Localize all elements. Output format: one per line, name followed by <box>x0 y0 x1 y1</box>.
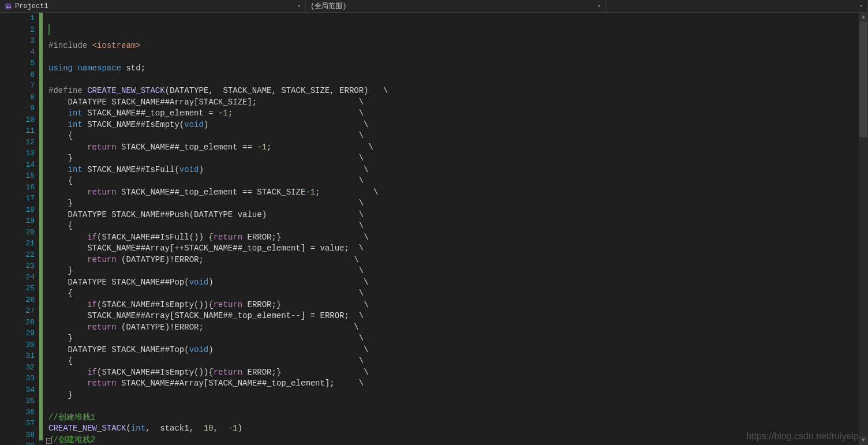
code-line[interactable]: int STACK_NAME##IsFull(void) \ <box>48 164 868 176</box>
code-line[interactable]: #include <iostream> <box>48 40 868 52</box>
line-number: 27 <box>9 305 35 317</box>
project-label: Project1 <box>15 2 48 10</box>
line-number: 35 <box>9 395 35 407</box>
line-number: 32 <box>9 362 35 373</box>
line-number: 10 <box>9 114 35 126</box>
chevron-down-icon: ▾ <box>860 3 863 9</box>
line-number: 24 <box>9 272 35 283</box>
line-number: 6 <box>9 69 35 81</box>
code-line[interactable]: using namespace std; <box>48 63 868 74</box>
text-cursor <box>48 24 50 36</box>
line-number: 13 <box>9 148 35 159</box>
line-number: 15 <box>9 170 35 182</box>
code-line[interactable]: } \ <box>48 333 868 345</box>
line-number: 25 <box>9 283 35 294</box>
cpp-file-icon: ++ <box>5 2 13 10</box>
code-line[interactable]: } \ <box>48 265 868 277</box>
scope-dropdown[interactable]: (全局范围) ▾ <box>306 0 606 13</box>
line-number: 1 <box>9 13 35 24</box>
project-dropdown[interactable]: ++ Project1 ▾ <box>0 0 306 13</box>
line-number: 34 <box>9 384 35 396</box>
line-number: 12 <box>9 137 35 148</box>
code-line[interactable]: #define CREATE_NEW_STACK(DATATYPE, STACK… <box>48 85 868 97</box>
line-number: 26 <box>9 294 35 306</box>
line-number: 17 <box>9 193 35 204</box>
code-line[interactable]: { \ <box>48 130 868 142</box>
line-number: 19 <box>9 215 35 227</box>
code-editor[interactable]: 1234567891011121314151617181920212223242… <box>0 13 868 445</box>
line-number: 36 <box>9 407 35 418</box>
code-line[interactable]: CREATE_NEW_STACK(int, stack1, 10, -1) <box>48 423 868 435</box>
chevron-down-icon: ▾ <box>298 3 301 9</box>
code-line[interactable]: //创建堆栈1 <box>48 412 868 424</box>
code-line[interactable]: return STACK_NAME##_top_element == -1; \ <box>48 142 868 154</box>
line-number: 33 <box>9 373 35 384</box>
navigation-bar: ++ Project1 ▾ (全局范围) ▾ ▾ <box>0 0 868 13</box>
line-number: 8 <box>9 92 35 103</box>
line-number: 31 <box>9 350 35 362</box>
code-line[interactable]: } <box>48 390 868 401</box>
code-line[interactable]: { \ <box>48 220 868 232</box>
line-number: 2 <box>9 24 35 36</box>
line-number: 22 <box>9 249 35 261</box>
line-number: 28 <box>9 317 35 328</box>
line-number: 39 <box>9 440 35 445</box>
code-line[interactable]: DATATYPE STACK_NAME##Pop(void) \ <box>48 277 868 289</box>
code-line[interactable]: { \ <box>48 175 868 187</box>
line-number: 29 <box>9 328 35 339</box>
code-line[interactable]: return STACK_NAME##_top_element == STACK… <box>48 187 868 199</box>
code-line[interactable]: int STACK_NAME##_top_element = -1; \ <box>48 108 868 119</box>
code-line[interactable]: { \ <box>48 356 868 367</box>
line-number: 38 <box>9 429 35 441</box>
code-line[interactable]: return (DATATYPE)!ERROR; \ <box>48 255 868 266</box>
line-number: 23 <box>9 260 35 272</box>
watermark-text: https://blog.csdn.net/ruiyelp <box>746 431 859 442</box>
code-line[interactable]: DATATYPE STACK_NAME##Top(void) \ <box>48 345 868 356</box>
line-number: 21 <box>9 238 35 249</box>
line-number: 5 <box>9 58 35 69</box>
code-line[interactable]: STACK_NAME##Array[STACK_NAME##_top_eleme… <box>48 311 868 322</box>
svg-text:++: ++ <box>6 4 12 9</box>
code-line[interactable]: if(STACK_NAME##IsEmpty()){return ERROR;}… <box>48 300 868 311</box>
line-number: 7 <box>9 80 35 92</box>
code-line[interactable]: if(STACK_NAME##IsFull()) {return ERROR;}… <box>48 232 868 244</box>
line-number: 37 <box>9 418 35 429</box>
line-number: 16 <box>9 182 35 193</box>
code-line[interactable]: } \ <box>48 198 868 210</box>
chevron-down-icon: ▾ <box>598 3 601 9</box>
code-line[interactable]: DATATYPE STACK_NAME##Array[STACK_SIZE]; … <box>48 97 868 109</box>
line-number: 4 <box>9 47 35 58</box>
line-number: 11 <box>9 125 35 137</box>
code-area[interactable]: #include <iostream>using namespace std;#… <box>43 13 868 445</box>
code-line[interactable]: int STACK_NAME##IsEmpty(void) \ <box>48 119 868 131</box>
line-number: 18 <box>9 204 35 216</box>
folding-margin <box>0 13 9 445</box>
line-number: 3 <box>9 35 35 47</box>
code-line[interactable]: if(STACK_NAME##IsEmpty()){return ERROR;}… <box>48 367 868 379</box>
code-line[interactable]: STACK_NAME##Array[++STACK_NAME##_top_ele… <box>48 243 868 255</box>
line-number: 14 <box>9 159 35 171</box>
scroll-up-button[interactable]: ▲ <box>859 13 868 22</box>
scrollbar-thumb[interactable] <box>859 22 867 137</box>
line-number-gutter: 1234567891011121314151617181920212223242… <box>9 13 39 445</box>
fold-minus-icon[interactable]: − <box>46 438 52 444</box>
code-line[interactable] <box>48 401 868 412</box>
member-dropdown[interactable]: ▾ <box>606 0 868 13</box>
code-line[interactable] <box>48 52 868 63</box>
scroll-down-button[interactable]: ▼ <box>859 436 868 445</box>
code-line[interactable]: { \ <box>48 288 868 300</box>
code-line[interactable]: } \ <box>48 153 868 164</box>
code-line[interactable] <box>48 74 868 86</box>
line-number: 9 <box>9 103 35 114</box>
line-number: 20 <box>9 227 35 238</box>
line-number: 30 <box>9 339 35 351</box>
code-line[interactable]: return (DATATYPE)!ERROR; \ <box>48 322 868 334</box>
vertical-scrollbar[interactable]: ▲ ▼ <box>859 13 868 445</box>
code-line[interactable]: //创建堆栈2 <box>48 435 868 446</box>
code-line[interactable]: DATATYPE STACK_NAME##Push(DATATYPE value… <box>48 210 868 221</box>
scope-label: (全局范围) <box>310 1 346 11</box>
code-line[interactable]: return STACK_NAME##Array[STACK_NAME##_to… <box>48 378 868 390</box>
